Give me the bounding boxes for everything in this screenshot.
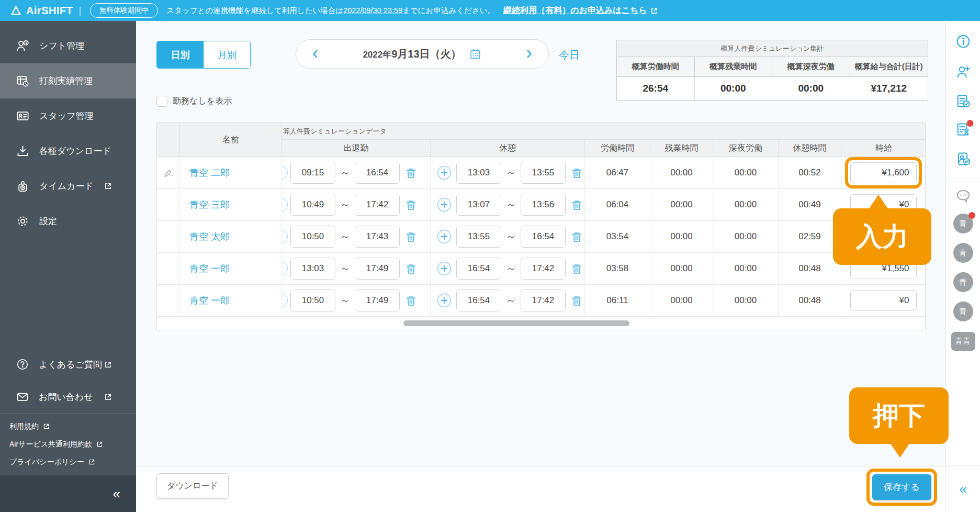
add-time-icon[interactable] — [282, 262, 288, 276]
staff-check-icon[interactable] — [955, 151, 971, 167]
question-icon — [16, 358, 29, 371]
staff-name-link[interactable]: 青空 三郎 — [180, 189, 282, 220]
clock-in-input[interactable] — [290, 162, 335, 184]
terms-link[interactable]: 利用規約 — [9, 419, 136, 433]
edit-cell[interactable] — [157, 189, 180, 220]
break-start-input[interactable] — [456, 194, 501, 216]
external-link-icon — [96, 441, 103, 448]
clock-out-input[interactable] — [355, 258, 400, 280]
staff-avatar[interactable]: 青 — [953, 302, 973, 321]
chat-icon[interactable] — [955, 187, 972, 204]
trash-icon[interactable] — [570, 294, 583, 307]
download-button[interactable]: ダウンロード — [156, 473, 229, 499]
hourly-wage-input[interactable] — [850, 290, 917, 311]
trash-icon[interactable] — [404, 166, 418, 180]
break-start-input[interactable] — [456, 162, 501, 184]
edit-pencil-icon[interactable] — [163, 167, 174, 179]
document-pending-icon[interactable] — [955, 121, 971, 138]
break-start-input[interactable] — [456, 226, 501, 248]
staff-name-link[interactable]: 青空 一郎 — [180, 285, 282, 316]
staff-name-link[interactable]: 青空 太郎 — [180, 221, 282, 252]
air-terms-link[interactable]: Airサービス共通利用約款 — [9, 437, 136, 451]
info-icon[interactable] — [955, 34, 971, 49]
staff-avatar[interactable]: 青 — [953, 214, 973, 233]
break-start-input[interactable] — [456, 258, 501, 280]
privacy-link[interactable]: プライバシーポリシー — [9, 454, 136, 469]
trash-icon[interactable] — [570, 262, 583, 275]
trash-icon[interactable] — [570, 198, 583, 212]
add-time-icon[interactable] — [282, 294, 288, 308]
trash-icon[interactable] — [404, 230, 418, 243]
break-end-input[interactable] — [521, 258, 566, 280]
rightbar-collapse-button[interactable]: « — [959, 482, 966, 496]
brand-logo[interactable]: AirSHIFT | — [10, 5, 82, 17]
clock-out-input[interactable] — [355, 162, 400, 184]
sidebar-item-downloads[interactable]: 各種ダウンロード — [0, 133, 136, 169]
today-button[interactable]: 今日 — [559, 48, 580, 62]
staff-name-link[interactable]: 青空 一郎 — [180, 253, 282, 284]
add-break-icon[interactable] — [437, 165, 452, 180]
save-button[interactable]: 保存する — [872, 474, 931, 500]
staff-avatar[interactable]: 青 — [953, 272, 973, 292]
sidebar-item-punch-records[interactable]: 打刻実績管理 — [0, 63, 136, 98]
show-no-work-checkbox[interactable]: 勤務なしを表示 — [156, 96, 232, 107]
trash-icon[interactable] — [404, 198, 418, 212]
clock-out-input[interactable] — [355, 226, 400, 248]
horizontal-scrollbar[interactable] — [403, 320, 629, 326]
person-add-icon[interactable] — [955, 64, 971, 80]
summary-work-value: 26:54 — [617, 77, 695, 100]
tab-monthly[interactable]: 月別 — [204, 41, 250, 68]
clock-out-input[interactable] — [355, 290, 400, 311]
add-time-icon[interactable] — [282, 166, 288, 180]
trash-icon[interactable] — [404, 294, 418, 307]
trash-icon[interactable] — [570, 230, 583, 243]
clock-in-input[interactable] — [290, 258, 335, 280]
tab-daily[interactable]: 日別 — [157, 41, 204, 68]
staff-name-link[interactable]: 青空 二郎 — [180, 157, 282, 188]
document-check-icon[interactable] — [955, 93, 971, 109]
prev-day-button[interactable] — [310, 48, 321, 60]
break-end-input[interactable] — [521, 162, 566, 184]
trash-icon[interactable] — [570, 166, 583, 180]
overtime-value: 00:00 — [650, 253, 713, 284]
add-break-icon[interactable] — [437, 293, 452, 308]
sidebar-item-settings[interactable]: 設定 — [0, 204, 136, 239]
clock-out-input[interactable] — [355, 194, 400, 216]
edit-cell[interactable] — [157, 285, 180, 316]
break-end-input[interactable] — [521, 290, 566, 311]
break-end-input[interactable] — [521, 194, 566, 216]
hourly-wage-input[interactable] — [850, 162, 917, 183]
top-bar: AirSHIFT | 無料体験期間中 スタッフとの連携機能を継続して利用したい場… — [0, 0, 980, 21]
sidebar-item-contact[interactable]: お問い合わせ — [0, 381, 136, 413]
continue-paid-link[interactable]: 継続利用（有料）のお申込みはこちら — [503, 5, 658, 16]
edit-cell[interactable] — [157, 253, 180, 284]
add-time-icon[interactable] — [282, 198, 288, 212]
sidebar-collapse-button[interactable]: « — [113, 487, 120, 500]
sidebar-item-staff[interactable]: スタッフ管理 — [0, 98, 136, 133]
header-breaktime-col: 休憩時間 — [779, 140, 841, 157]
clock-in-input[interactable] — [290, 194, 335, 216]
add-break-icon[interactable] — [437, 229, 452, 244]
checkbox-box[interactable] — [156, 96, 167, 107]
summary-total-pay-value: ¥17,212 — [850, 77, 928, 100]
add-break-icon[interactable] — [437, 261, 452, 276]
work-time-value: 03:58 — [585, 253, 650, 284]
edit-cell[interactable] — [157, 221, 180, 252]
tilde-separator: ～ — [506, 294, 516, 307]
break-start-input[interactable] — [456, 290, 501, 311]
add-break-icon[interactable] — [437, 197, 452, 212]
staff-avatar[interactable]: 青 — [953, 243, 973, 263]
clock-in-input[interactable] — [290, 226, 335, 248]
sidebar-item-shift[interactable]: シフト管理 — [0, 28, 136, 63]
edit-cell[interactable] — [157, 157, 180, 188]
trash-icon[interactable] — [404, 262, 418, 275]
sidebar-item-faq[interactable]: よくあるご質問 — [0, 348, 136, 381]
next-day-button[interactable] — [523, 48, 535, 60]
clock-in-input[interactable] — [290, 290, 335, 311]
break-end-input[interactable] — [521, 226, 566, 248]
calendar-icon[interactable] — [469, 48, 482, 61]
sidebar-item-timecard[interactable]: タイムカード — [0, 169, 136, 204]
staff-avatar-group[interactable]: 青青 — [951, 332, 975, 351]
inout-cell: ～ — [282, 253, 431, 284]
add-time-icon[interactable] — [282, 230, 288, 244]
